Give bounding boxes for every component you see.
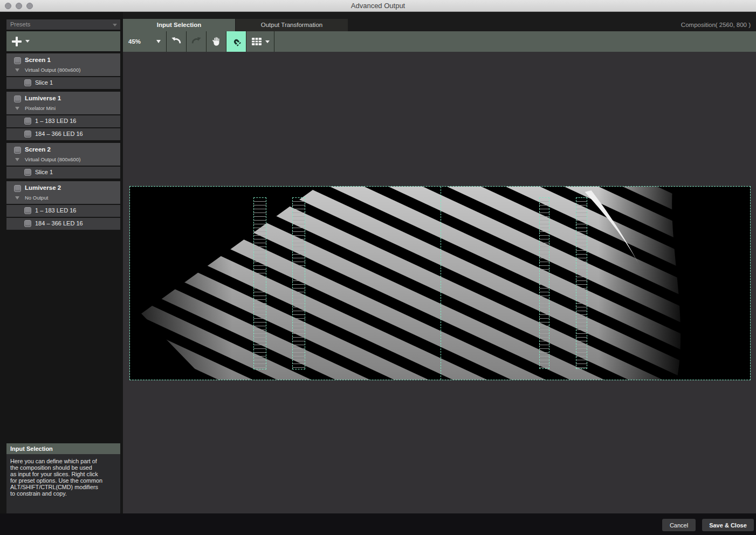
screen-1-output-type[interactable]: Virtual Output (800x600)	[25, 67, 80, 73]
output-group-lumiverse-2: Lumiverse 2 No Output 1 – 183 LED 16 184…	[6, 181, 120, 230]
chevron-down-icon	[113, 24, 117, 26]
led-strip-enable-checkbox[interactable]	[24, 220, 31, 227]
led-strip-enable-checkbox[interactable]	[24, 131, 31, 138]
led-strip-slice[interactable]	[292, 197, 305, 369]
undo-button[interactable]	[167, 31, 187, 52]
slice-enable-checkbox[interactable]	[24, 79, 31, 86]
presets-dropdown-label: Presets	[10, 21, 30, 28]
disclosure-triangle-icon[interactable]	[15, 107, 19, 110]
screen-1-enable-checkbox[interactable]	[14, 57, 21, 64]
cancel-button[interactable]: Cancel	[662, 519, 696, 531]
footer-bar: Cancel Save & Close	[0, 513, 756, 535]
pan-hand-icon	[210, 35, 223, 48]
led-strip-label: 184 – 366 LED 16	[35, 131, 83, 137]
led-strip-slice[interactable]	[253, 197, 266, 369]
slice-enable-checkbox[interactable]	[24, 169, 31, 176]
tree-row-led-strip[interactable]: 1 – 183 LED 16	[6, 205, 120, 217]
tree-row-lumiverse-1[interactable]: Lumiverse 1 Pixelator Mini	[6, 92, 120, 114]
toolbar-spacer	[274, 31, 756, 52]
slice-label: Slice 1	[35, 79, 53, 86]
tree-row-screen-1[interactable]: Screen 1 Virtual Output (800x600)	[6, 53, 120, 76]
help-panel: Input Selection Here you can define whic…	[6, 443, 120, 513]
redo-icon	[190, 35, 203, 48]
tab-bar: Input Selection Output Transformation Co…	[123, 19, 756, 31]
chevron-down-icon	[156, 40, 161, 43]
led-strip-label: 1 – 183 LED 16	[35, 207, 76, 214]
zoom-level-value: 45%	[128, 38, 141, 45]
add-output-dropdown-icon[interactable]	[25, 40, 30, 43]
screen-2-enable-checkbox[interactable]	[14, 147, 21, 154]
composition-preview-artwork	[130, 187, 750, 380]
disclosure-triangle-icon[interactable]	[15, 68, 19, 72]
tree-row-led-strip[interactable]: 184 – 366 LED 16	[6, 128, 120, 140]
lumiverse-2-title: Lumiverse 2	[25, 184, 61, 191]
slice-label: Slice 1	[35, 169, 53, 175]
tree-row-lumiverse-2[interactable]: Lumiverse 2 No Output	[6, 181, 120, 204]
tree-row-slice[interactable]: Slice 1	[6, 77, 120, 89]
slice-boundary-line	[441, 187, 441, 380]
led-strip-label: 1 – 183 LED 16	[35, 118, 76, 124]
presets-dropdown[interactable]: Presets	[6, 19, 120, 30]
screen-2-title: Screen 2	[25, 146, 51, 153]
output-group-lumiverse-1: Lumiverse 1 Pixelator Mini 1 – 183 LED 1…	[6, 92, 120, 140]
output-tree: Screen 1 Virtual Output (800x600) Slice …	[6, 53, 120, 232]
led-strip-enable-checkbox[interactable]	[24, 118, 31, 125]
tab-output-transformation[interactable]: Output Transformation	[236, 19, 348, 31]
tab-input-selection[interactable]: Input Selection	[123, 19, 235, 31]
input-selection-canvas[interactable]	[123, 52, 756, 513]
lumiverse-2-enable-checkbox[interactable]	[14, 185, 21, 192]
led-strip-slice[interactable]	[576, 197, 587, 369]
snap-tool-button[interactable]	[226, 31, 246, 52]
save-and-close-button[interactable]: Save & Close	[702, 519, 754, 531]
disclosure-triangle-icon[interactable]	[15, 158, 19, 161]
grid-icon	[251, 36, 263, 47]
snap-magnet-icon	[230, 35, 243, 48]
zoom-level-dropdown[interactable]: 45%	[123, 31, 167, 52]
led-strip-label: 184 – 366 LED 16	[35, 220, 83, 227]
screen-1-title: Screen 1	[25, 57, 51, 63]
chevron-down-icon	[265, 40, 270, 43]
window-title: Advanced Output	[0, 2, 756, 10]
composition-size-label: Composition( 2560, 800 )	[681, 19, 751, 31]
output-group-screen-1: Screen 1 Virtual Output (800x600) Slice …	[6, 53, 120, 89]
undo-icon	[170, 35, 183, 48]
tree-row-screen-2[interactable]: Screen 2 Virtual Output (800x600)	[6, 143, 120, 166]
sidebar: Presets Screen 1 Virtual Output (800x600…	[0, 12, 123, 513]
led-strip-slice[interactable]	[539, 197, 549, 369]
tree-row-slice[interactable]: Slice 1	[6, 167, 120, 179]
disclosure-triangle-icon[interactable]	[15, 196, 19, 200]
lumiverse-1-output-type[interactable]: Pixelator Mini	[25, 105, 56, 111]
composition-area[interactable]	[129, 186, 751, 380]
screen-2-output-type[interactable]: Virtual Output (800x600)	[25, 156, 80, 162]
led-strip-enable-checkbox[interactable]	[24, 207, 31, 214]
output-group-screen-2: Screen 2 Virtual Output (800x600) Slice …	[6, 143, 120, 179]
help-panel-title: Input Selection	[6, 443, 120, 454]
sidebar-toolbar	[6, 31, 120, 51]
tree-row-led-strip[interactable]: 1 – 183 LED 16	[6, 115, 120, 127]
advanced-output-window: Advanced Output Presets Screen 1 Virtual…	[0, 0, 756, 535]
redo-button[interactable]	[187, 31, 207, 52]
grid-options-button[interactable]	[246, 31, 274, 52]
tree-row-led-strip[interactable]: 184 – 366 LED 16	[6, 218, 120, 230]
help-panel-text: Here you can define which part of the co…	[6, 454, 120, 513]
pan-tool-button[interactable]	[207, 31, 226, 52]
titlebar: Advanced Output	[0, 0, 756, 12]
lumiverse-2-output-type[interactable]: No Output	[25, 195, 48, 201]
lumiverse-1-enable-checkbox[interactable]	[14, 95, 21, 102]
add-output-button[interactable]	[12, 37, 22, 46]
canvas-toolbar: 45%	[123, 31, 756, 52]
lumiverse-1-title: Lumiverse 1	[25, 95, 61, 101]
